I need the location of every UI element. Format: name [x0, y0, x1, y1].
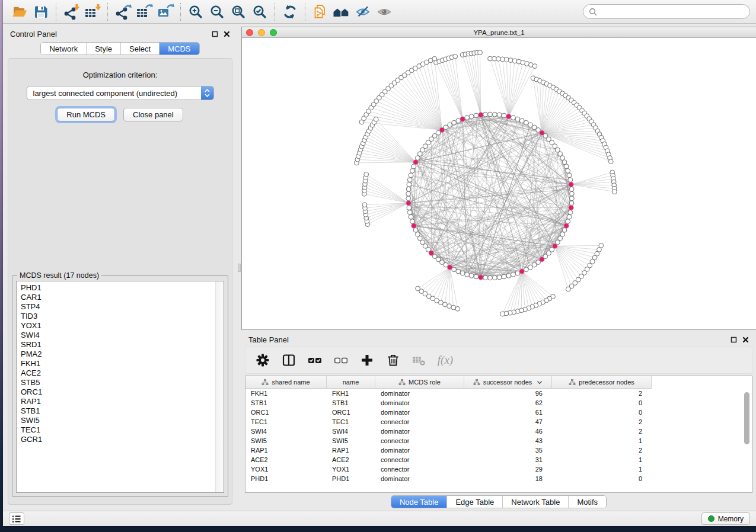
network-node[interactable]	[567, 173, 572, 178]
window-minimize-button[interactable]	[258, 29, 265, 36]
select-all-button[interactable]	[305, 350, 325, 370]
network-node[interactable]	[456, 269, 461, 274]
network-node[interactable]	[511, 116, 516, 120]
export-image-button[interactable]	[155, 2, 176, 21]
network-node[interactable]	[407, 182, 412, 187]
tab-style[interactable]: Style	[86, 43, 120, 55]
show-columns-button[interactable]	[279, 350, 299, 370]
network-node[interactable]	[568, 178, 573, 182]
column-header-successor-nodes[interactable]: successor nodes	[464, 376, 552, 389]
mcds-result-item[interactable]: STB5	[21, 378, 215, 387]
close-panel-icon[interactable]	[224, 31, 230, 37]
tab-mcds[interactable]: MCDS	[159, 43, 199, 55]
table-row[interactable]: RAP1RAP1dominator352	[245, 446, 752, 455]
zoom-selected-button[interactable]	[249, 2, 270, 21]
mcds-result-item[interactable]: YOX1	[21, 321, 215, 331]
table-row[interactable]: SWI5SWI5connector431	[245, 436, 752, 446]
network-node[interactable]	[416, 232, 420, 237]
network-node[interactable]	[407, 210, 412, 215]
network-node[interactable]	[410, 169, 414, 174]
clone-network-button[interactable]	[310, 2, 331, 21]
close-panel-icon[interactable]	[742, 336, 749, 343]
network-node[interactable]	[465, 273, 470, 277]
network-node[interactable]	[515, 117, 520, 121]
float-panel-icon[interactable]	[731, 336, 737, 343]
panel-splitter[interactable]	[237, 24, 241, 511]
network-node[interactable]	[568, 210, 573, 215]
network-node[interactable]	[469, 114, 474, 119]
open-file-button[interactable]	[9, 2, 30, 21]
network-node[interactable]	[519, 118, 524, 123]
table-tab-motifs[interactable]: Motifs	[568, 496, 606, 508]
network-hub-node[interactable]	[506, 114, 512, 119]
network-node[interactable]	[410, 219, 414, 224]
network-node[interactable]	[497, 113, 502, 117]
network-window-titlebar[interactable]: YPA_prune.txt_1	[242, 27, 756, 38]
network-node[interactable]	[406, 191, 411, 196]
network-node[interactable]	[453, 54, 458, 59]
import-table-button[interactable]	[82, 2, 103, 21]
splitter-grip[interactable]	[238, 264, 241, 272]
network-node[interactable]	[566, 219, 570, 224]
network-hub-node[interactable]	[569, 182, 574, 187]
network-node[interactable]	[569, 187, 574, 191]
table-tab-network-table[interactable]: Network Table	[502, 496, 568, 508]
mcds-result-item[interactable]: TID3	[21, 312, 215, 321]
table-row[interactable]: YOX1YOX1connector291	[245, 464, 752, 474]
search-input[interactable]	[601, 8, 744, 16]
network-node[interactable]	[500, 312, 505, 316]
table-tab-edge-table[interactable]: Edge Table	[446, 496, 502, 508]
table-row[interactable]: SWI4SWI4dominator462	[245, 427, 752, 436]
table-tab-node-table[interactable]: Node Table	[391, 496, 447, 508]
network-node[interactable]	[460, 271, 465, 275]
network-node[interactable]	[455, 306, 460, 311]
network-node[interactable]	[406, 187, 411, 191]
export-table-button[interactable]	[133, 2, 155, 21]
network-node[interactable]	[469, 274, 474, 278]
window-maximize-button[interactable]	[270, 29, 277, 36]
window-close-button[interactable]	[246, 29, 253, 36]
table-row[interactable]: ORC1ORC1dominator610	[245, 408, 752, 417]
delete-button[interactable]	[383, 350, 403, 370]
network-node[interactable]	[364, 172, 369, 177]
network-node[interactable]	[407, 206, 412, 210]
network-node[interactable]	[497, 275, 502, 280]
table-row[interactable]: TEC1TEC1connector472	[245, 417, 752, 427]
network-node[interactable]	[608, 159, 613, 164]
network-node[interactable]	[416, 286, 420, 291]
network-node[interactable]	[409, 173, 413, 178]
network-node[interactable]	[488, 112, 493, 117]
mcds-result-item[interactable]: SWI4	[21, 331, 215, 340]
run-mcds-button[interactable]: Run MCDS	[57, 108, 115, 121]
table-row[interactable]: FKH1FKH1dominator962	[245, 389, 752, 398]
network-node[interactable]	[566, 287, 570, 291]
network-node[interactable]	[483, 112, 488, 117]
network-node[interactable]	[562, 160, 567, 165]
column-header-mcds-role[interactable]: MCDS role	[375, 376, 464, 389]
table-scrollbar[interactable]	[744, 390, 751, 491]
network-node[interactable]	[570, 196, 575, 201]
mcds-result-item[interactable]: PMA2	[21, 350, 215, 359]
mcds-result-item[interactable]: ORC1	[21, 387, 215, 397]
show-panels-button[interactable]	[9, 512, 24, 525]
network-node[interactable]	[511, 273, 516, 277]
network-node[interactable]	[562, 227, 567, 232]
mcds-result-item[interactable]: SRD1	[21, 340, 215, 350]
table-settings-button[interactable]	[253, 350, 273, 370]
network-node[interactable]	[567, 214, 572, 219]
table-row[interactable]: PHD1PHD1dominator180	[245, 474, 752, 483]
mcds-result-item[interactable]: STB1	[21, 406, 215, 416]
network-hub-node[interactable]	[412, 223, 417, 229]
zoom-fit-button[interactable]	[228, 2, 249, 21]
close-panel-button[interactable]: Close panel	[123, 108, 183, 121]
network-node[interactable]	[362, 203, 367, 207]
network-node[interactable]	[488, 275, 493, 280]
mcds-result-item[interactable]: TEC1	[21, 425, 215, 435]
refresh-button[interactable]	[279, 2, 301, 21]
column-header-name[interactable]: name	[327, 376, 375, 389]
mcds-result-item[interactable]: GCR1	[21, 435, 215, 444]
mcds-result-item[interactable]: FKH1	[21, 359, 215, 368]
network-hub-node[interactable]	[406, 201, 412, 206]
network-hub-node[interactable]	[479, 275, 484, 280]
network-node[interactable]	[532, 64, 537, 69]
